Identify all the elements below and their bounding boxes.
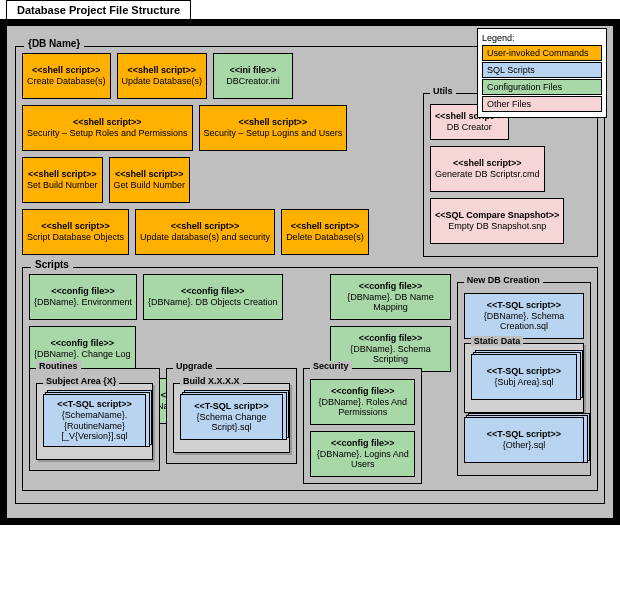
cfg-environment: <<config file>>{DBName}. Environment bbox=[29, 274, 137, 320]
static-data-section: Static Data <<T-SQL script>>{Subj Area}.… bbox=[464, 343, 584, 413]
security-section: Security <<config file>>{DBName}. Roles … bbox=[303, 368, 422, 484]
legend-title: Legend: bbox=[482, 33, 602, 43]
row-1: <<shell script>>Create Database(s) <<she… bbox=[22, 53, 415, 99]
build-section: Build X.X.X.X <<T-SQL script>>{Schema Ch… bbox=[173, 383, 290, 453]
main-canvas: Legend: User-invoked Commands SQL Script… bbox=[6, 25, 614, 519]
schema-creation-box: <<T-SQL script>>{DBName}. Schema Creatio… bbox=[464, 293, 584, 339]
routines-section: Routines Subject Area {X} <<T-SQL script… bbox=[29, 368, 160, 471]
cfg-roles-perms: <<config file>>{DBName}. Roles And Permi… bbox=[310, 379, 415, 425]
security-logins-box: <<shell script>>Security – Setup Logins … bbox=[199, 105, 348, 151]
dbcreator-ini-box: <<ini file>>DBCreator.ini bbox=[213, 53, 293, 99]
newdb-section: New DB Creation <<T-SQL script>>{DBName}… bbox=[457, 282, 591, 476]
set-build-box: <<shell script>>Set Build Number bbox=[22, 157, 103, 203]
delete-db-box: <<shell script>>Delete Database(s) bbox=[281, 209, 369, 255]
legend-item-config: Configuration Files bbox=[482, 79, 602, 95]
routines-title: Routines bbox=[36, 361, 81, 371]
utils-title: Utils bbox=[430, 86, 456, 96]
cfg-namemapping: <<config file>>{DBName}. DB Name Mapping bbox=[330, 274, 451, 320]
scripts-title: Scripts bbox=[31, 259, 73, 270]
row-3: <<shell script>>Script Database Objects … bbox=[22, 209, 415, 255]
subject-area-title: Subject Area {X} bbox=[43, 376, 119, 386]
db-name-title: {DB Name} bbox=[24, 38, 84, 49]
upgrade-section: Upgrade Build X.X.X.X <<T-SQL script>>{S… bbox=[166, 368, 297, 464]
update-db-box: <<shell script>>Update Database(s) bbox=[117, 53, 208, 99]
security-title: Security bbox=[310, 361, 352, 371]
empty-snapshot-box: <<SQL Compare Snapshot>>Empty DB Snapsho… bbox=[430, 198, 564, 244]
legend-item-commands: User-invoked Commands bbox=[482, 45, 602, 61]
build-title: Build X.X.X.X bbox=[180, 376, 243, 386]
routine-sql-box: <<T-SQL script>>{SchemaName}.{RoutineNam… bbox=[43, 394, 146, 447]
outer-frame: Legend: User-invoked Commands SQL Script… bbox=[0, 19, 620, 525]
other-sql-box: <<T-SQL script>>{Other}.sql bbox=[464, 417, 584, 463]
static-data-title: Static Data bbox=[471, 336, 524, 346]
cfg-dbobjects: <<config file>>{DBName}. DB Objects Crea… bbox=[143, 274, 283, 320]
newdb-title: New DB Creation bbox=[464, 275, 543, 285]
legend-item-sql: SQL Scripts bbox=[482, 62, 602, 78]
cfg-logins-users: <<config file>>{DBName}. Logins And User… bbox=[310, 431, 415, 477]
update-db-sec-box: <<shell script>>Update database(s) and s… bbox=[135, 209, 275, 255]
diagram-title-tab: Database Project File Structure bbox=[6, 0, 191, 19]
script-objects-box: <<shell script>>Script Database Objects bbox=[22, 209, 129, 255]
security-roles-box: <<shell script>>Security – Setup Roles a… bbox=[22, 105, 193, 151]
legend-item-other: Other Files bbox=[482, 96, 602, 112]
get-build-box: <<shell script>>Get Build Number bbox=[109, 157, 191, 203]
upgrade-title: Upgrade bbox=[173, 361, 216, 371]
scripts-section: Scripts <<config file>>{DBName}. Environ… bbox=[22, 267, 598, 491]
subj-area-box: <<T-SQL script>>{Subj Area}.sql bbox=[471, 354, 577, 400]
subject-area-section: Subject Area {X} <<T-SQL script>>{Schema… bbox=[36, 383, 153, 460]
row-2: <<shell script>>Security – Setup Roles a… bbox=[22, 105, 415, 203]
create-db-box: <<shell script>>Create Database(s) bbox=[22, 53, 111, 99]
gen-scripts-box: <<shell script>>Generate DB Scriptsr.cmd bbox=[430, 146, 545, 192]
legend: Legend: User-invoked Commands SQL Script… bbox=[477, 28, 607, 118]
schema-change-box: <<T-SQL script>>{Schema Change Script}.s… bbox=[180, 394, 283, 440]
